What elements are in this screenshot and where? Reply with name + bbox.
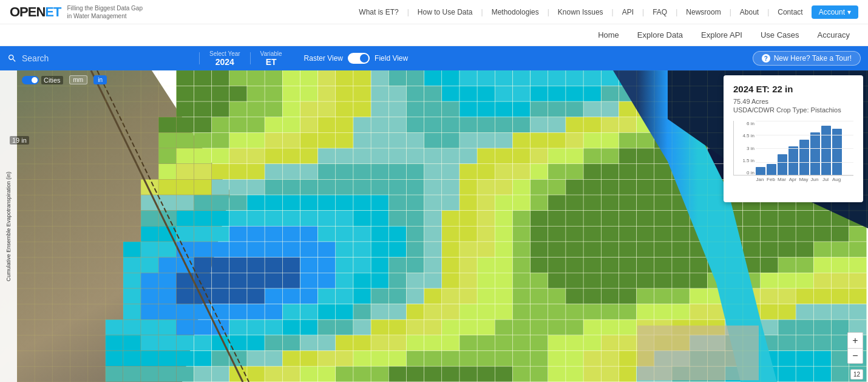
nav-link-newsroom[interactable]: Newsroom: [686, 8, 721, 16]
popup-crop: USDA/CDWR Crop Type: Pistachios: [733, 106, 853, 114]
nav-link-faq[interactable]: FAQ: [653, 8, 667, 16]
bar-chart: 6 in 4.5 in 3 in 1.5 in 0 in JanFebMarAp: [733, 121, 853, 194]
scale-label: 19 in: [10, 136, 29, 145]
nav-use-cases[interactable]: Use Cases: [761, 28, 799, 42]
nav-link-about[interactable]: About: [740, 8, 759, 16]
unit-in-button[interactable]: in: [93, 75, 107, 84]
view-toggle-switch[interactable]: [348, 53, 370, 64]
chart-area: 6 in 4.5 in 3 in 1.5 in 0 in: [733, 121, 853, 176]
cities-toggle: Cities: [22, 76, 63, 84]
x-label-may: May: [799, 177, 809, 182]
nav-link-contact[interactable]: Contact: [778, 8, 802, 16]
chart-bar-jan: [756, 167, 765, 176]
chart-bar-aug: [832, 129, 842, 176]
y-label-6: 6 in: [734, 121, 754, 126]
nav-accuracy[interactable]: Accuracy: [818, 28, 850, 42]
zoom-out-button[interactable]: −: [847, 348, 863, 364]
vertical-label: Cumulative Ensemble Evapotranspiration (…: [0, 70, 17, 382]
chart-bar-may: [799, 140, 809, 176]
x-label-jan: Jan: [755, 177, 765, 182]
y-label-15: 1.5 in: [734, 158, 754, 163]
field-view-label: Field View: [375, 54, 408, 63]
zoom-controls: + −: [847, 332, 863, 364]
logo-open: OPEN: [10, 4, 45, 19]
x-label-jun: Jun: [810, 177, 819, 182]
second-navigation: Home Explore Data Explore API Use Cases …: [0, 24, 868, 46]
chart-bar-apr: [788, 146, 798, 175]
y-label-45: 4.5 in: [734, 133, 754, 138]
cities-toggle-switch[interactable]: [22, 76, 39, 84]
popup-acres: 75.49 Acres: [733, 98, 853, 105]
x-axis-labels: JanFebMarAprMayJunJulAug: [733, 177, 853, 182]
nav-link-what-is-et[interactable]: What is ET?: [359, 8, 398, 16]
toolbar-divider: [199, 52, 200, 64]
top-navigation: OPENET Filling the Biggest Data Gap in W…: [0, 0, 868, 24]
logo[interactable]: OPENET: [10, 4, 61, 20]
map-overlay-controls: Cities mm in: [22, 75, 107, 84]
search-icon: [7, 53, 17, 63]
search-input[interactable]: [22, 53, 168, 63]
toolbar: Select Year 2024 Variable ET Raster View…: [0, 46, 868, 70]
unit-mm-button[interactable]: mm: [69, 75, 88, 84]
chart-bar-jun: [810, 132, 820, 175]
popup-title: 2024 ET: 22 in: [733, 84, 853, 94]
logo-area: OPENET Filling the Biggest Data Gap in W…: [10, 4, 143, 20]
logo-tagline: Filling the Biggest Data Gap in Water Ma…: [67, 4, 143, 20]
cities-knob: [32, 77, 38, 83]
search-box: [7, 53, 189, 63]
y-label-0: 0 in: [734, 170, 754, 176]
y-label-3: 3 in: [734, 146, 754, 151]
raster-view-label: Raster View: [304, 54, 343, 63]
popup-card: 2024 ET: 22 in 75.49 Acres USDA/CDWR Cro…: [724, 75, 863, 202]
chart-bar-jul: [821, 126, 831, 175]
nav-explore-api[interactable]: Explore API: [701, 28, 742, 42]
chevron-down-icon: ▾: [847, 8, 851, 16]
new-here-button[interactable]: ? New Here? Take a Tour!: [753, 51, 861, 66]
zoom-in-button[interactable]: +: [847, 332, 863, 348]
nav-explore-data[interactable]: Explore Data: [637, 28, 683, 42]
x-label-mar: Mar: [777, 177, 787, 182]
logo-net: ET: [45, 4, 61, 19]
view-toggle: Raster View Field View: [304, 53, 409, 64]
chart-bar-feb: [767, 164, 776, 175]
y-axis-labels: 6 in 4.5 in 3 in 1.5 in 0 in: [734, 121, 754, 176]
x-label-feb: Feb: [766, 177, 776, 182]
toolbar-divider-2: [250, 52, 251, 64]
x-label-apr: Apr: [788, 177, 798, 182]
vertical-label-text: Cumulative Ensemble Evapotranspiration (…: [5, 171, 12, 281]
top-links: What is ET? | How to Use Data | Methodol…: [359, 5, 858, 19]
question-icon: ?: [762, 54, 770, 63]
variable-selector[interactable]: Variable ET: [260, 50, 282, 67]
nav-link-how-to-use[interactable]: How to Use Data: [418, 8, 473, 16]
chart-bar-mar: [778, 154, 787, 175]
map-container[interactable]: Cumulative Ensemble Evapotranspiration (…: [0, 70, 868, 382]
x-label-aug: Aug: [832, 177, 841, 182]
toggle-knob: [360, 54, 368, 63]
year-selector[interactable]: Select Year 2024: [209, 50, 240, 67]
nav-link-known-issues[interactable]: Known Issues: [558, 8, 603, 16]
x-label-jul: Jul: [821, 177, 830, 182]
nav-link-api[interactable]: API: [622, 8, 634, 16]
account-button[interactable]: Account ▾: [812, 5, 858, 19]
nav-home[interactable]: Home: [598, 28, 619, 42]
zoom-level: 12: [850, 369, 863, 380]
nav-link-methodologies[interactable]: Methodologies: [492, 8, 539, 16]
cities-label: Cities: [41, 76, 63, 84]
